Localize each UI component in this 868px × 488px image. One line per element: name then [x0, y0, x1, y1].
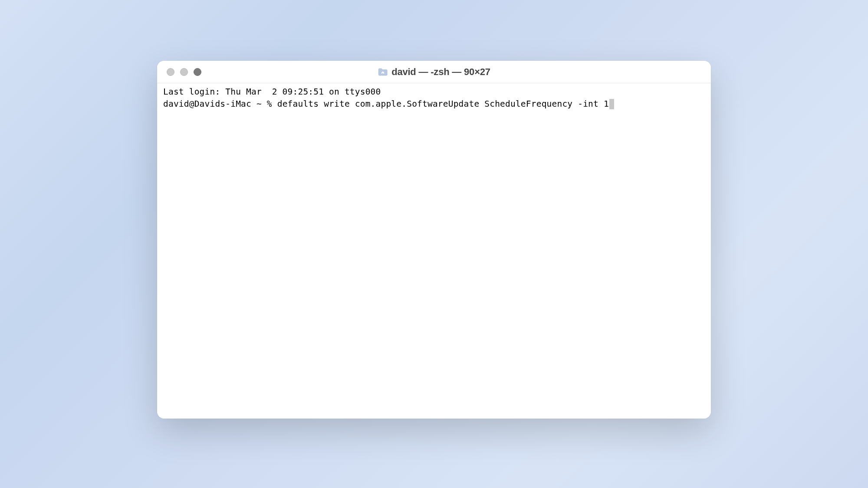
minimize-button[interactable]	[180, 68, 188, 76]
terminal-window: david — -zsh — 90×27 Last login: Thu Mar…	[157, 61, 711, 419]
close-button[interactable]	[167, 68, 174, 76]
window-title: david — -zsh — 90×27	[391, 66, 490, 78]
title-content: david — -zsh — 90×27	[378, 66, 490, 78]
shell-prompt: david@Davids-iMac ~ %	[163, 98, 277, 110]
traffic-lights	[157, 68, 201, 76]
last-login-line: Last login: Thu Mar 2 09:25:51 on ttys00…	[163, 86, 705, 98]
prompt-line: david@Davids-iMac ~ % defaults write com…	[163, 98, 705, 110]
title-bar[interactable]: david — -zsh — 90×27	[157, 61, 711, 83]
cursor	[609, 99, 614, 109]
home-folder-icon	[378, 68, 388, 76]
maximize-button[interactable]	[194, 68, 201, 76]
terminal-body[interactable]: Last login: Thu Mar 2 09:25:51 on ttys00…	[157, 83, 711, 419]
command-input[interactable]: defaults write com.apple.SoftwareUpdate …	[277, 98, 609, 110]
